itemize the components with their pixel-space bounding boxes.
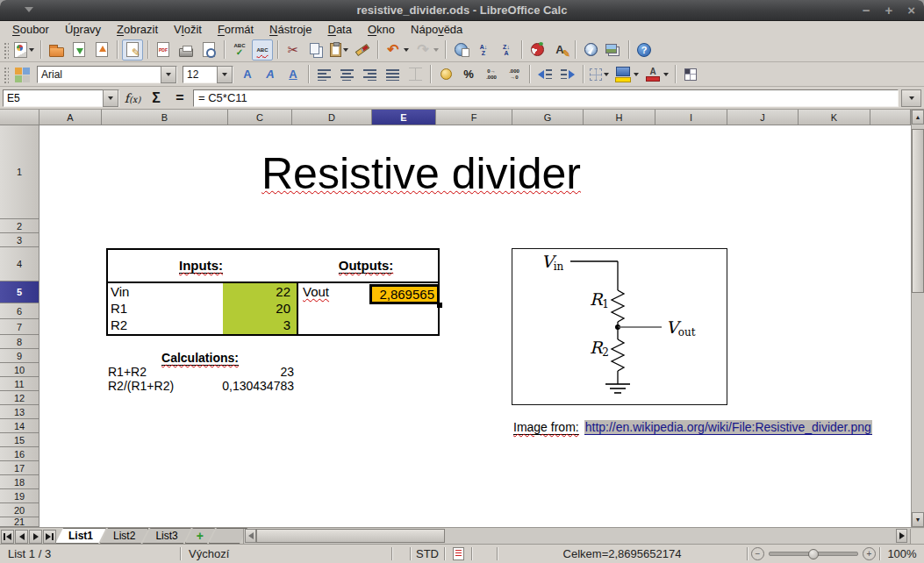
edit-file-button[interactable] (122, 39, 143, 61)
increase-indent-button[interactable] (557, 64, 578, 85)
column-header-h[interactable]: H (584, 110, 655, 125)
row-header-6[interactable]: 6 (0, 303, 39, 319)
font-size-combo[interactable]: 12 (183, 66, 233, 83)
row-header-10[interactable]: 10 (0, 363, 39, 377)
cell-input-value-r2[interactable]: 3 (223, 317, 293, 333)
row-header-5[interactable]: 5 (0, 282, 39, 303)
row-header-18[interactable]: 18 (0, 475, 39, 489)
undo-button[interactable]: ↶ (383, 39, 411, 61)
column-header-g[interactable]: G (512, 110, 584, 125)
save-button[interactable] (68, 39, 90, 61)
row-header-3[interactable]: 3 (0, 233, 39, 247)
cut-button[interactable]: ✂ (283, 39, 304, 61)
row-header-1[interactable]: 1 (0, 125, 39, 219)
sum-status[interactable]: Celkem=2,8695652174 (498, 545, 747, 563)
new-document-button[interactable] (12, 39, 36, 61)
sheet-tab-list3[interactable]: List3 (142, 528, 190, 544)
italic-button[interactable]: A (260, 64, 281, 85)
expand-formula-bar-button[interactable] (901, 89, 921, 107)
menu-napoveda[interactable]: Nápověda (403, 23, 470, 36)
scroll-left-icon[interactable] (245, 529, 256, 543)
cell-calculations-header[interactable]: Calculations: (106, 351, 294, 365)
align-center-button[interactable] (336, 64, 357, 85)
currency-button[interactable] (435, 64, 456, 85)
previous-sheet-icon[interactable] (15, 530, 28, 544)
sort-ascending-button[interactable]: A↓ Z (473, 39, 494, 61)
email-document-button[interactable] (91, 39, 112, 61)
delete-decimal-button[interactable]: .000 →0 (504, 64, 525, 85)
dropdown-arrow-icon[interactable] (604, 73, 609, 76)
print-button[interactable] (175, 39, 197, 61)
row-header-19[interactable]: 19 (0, 489, 39, 503)
vertical-scroll-thumb[interactable] (912, 129, 924, 293)
font-name-combo[interactable]: Arial (37, 66, 177, 83)
sheet-tab-list1[interactable]: List1 (55, 528, 106, 544)
row-header-20[interactable]: 20 (0, 503, 39, 517)
title-bar[interactable]: resistive_divider.ods - LibreOffice Calc… (0, 0, 924, 21)
cell-calc-value[interactable]: 0,130434783 (108, 379, 294, 393)
cell-inputs-header[interactable]: Inputs: (108, 250, 294, 282)
dropdown-arrow-icon[interactable] (161, 66, 176, 83)
hyperlink-button[interactable] (450, 39, 471, 61)
sum-button[interactable]: Σ (146, 89, 167, 107)
copy-button[interactable] (305, 39, 326, 61)
menu-nastroje[interactable]: Nástroje (261, 23, 319, 36)
insert-chart-button[interactable] (526, 39, 548, 61)
name-box-dropdown-icon[interactable] (103, 89, 118, 107)
function-wizard-button[interactable]: f(x) (122, 89, 143, 107)
borders-button[interactable] (588, 64, 611, 85)
cell-vout-label[interactable]: Vout (303, 283, 329, 300)
selection-mode-status[interactable]: STD (411, 545, 444, 563)
dropdown-arrow-icon[interactable] (29, 48, 34, 52)
active-cell-e5[interactable]: 2,869565 (369, 284, 440, 304)
row-header-2[interactable]: 2 (0, 219, 39, 233)
circuit-diagram-image[interactable]: Vin R1 Vout R2 (512, 248, 727, 405)
zoom-thumb[interactable] (808, 549, 819, 559)
column-header-c[interactable]: C (228, 110, 292, 125)
menu-upravy[interactable]: Úpravy (57, 23, 109, 36)
row-header-13[interactable]: 13 (0, 405, 39, 419)
row-header-12[interactable]: 12 (0, 391, 39, 405)
cell-input-value-vin[interactable]: 22 (223, 283, 293, 300)
export-pdf-button[interactable]: PDF (153, 39, 174, 61)
io-table[interactable]: Inputs: Outputs: Vin22R120R23 Vout 2,869… (106, 248, 440, 336)
dropdown-arrow-icon[interactable] (343, 48, 348, 52)
row-header-15[interactable]: 15 (0, 433, 39, 447)
page-preview-button[interactable] (198, 39, 219, 61)
wikipedia-link[interactable]: http://en.wikipedia.org/wiki/File:Resist… (584, 420, 872, 435)
show-draw-functions-button[interactable]: A (549, 39, 570, 61)
minimize-button[interactable]: − (863, 0, 870, 21)
zoom-track[interactable] (769, 552, 858, 556)
column-header-i[interactable]: I (655, 110, 727, 125)
next-sheet-icon[interactable] (29, 530, 42, 544)
insert-cells-button[interactable] (680, 64, 701, 85)
zoom-in-icon[interactable]: + (863, 547, 876, 560)
row-header-21[interactable]: 21 (0, 517, 39, 527)
function-button[interactable]: = (169, 89, 190, 107)
column-header-f[interactable]: F (436, 110, 512, 125)
dropdown-arrow-icon[interactable] (217, 66, 233, 83)
column-header-a[interactable]: A (39, 110, 102, 125)
spellcheck-button[interactable]: ABC (229, 39, 250, 61)
dropdown-arrow-icon[interactable] (634, 73, 639, 76)
cell-input-label-r1[interactable]: R1 (111, 300, 127, 317)
menu-soubor[interactable]: Soubor (4, 23, 57, 36)
row-header-17[interactable]: 17 (0, 461, 39, 475)
row-header-16[interactable]: 16 (0, 447, 39, 461)
column-header-b[interactable]: B (102, 110, 228, 125)
cell-calc-value[interactable]: 23 (108, 365, 294, 379)
cell-grid[interactable]: Resistive divider Inputs: Outputs: Vin22… (39, 125, 911, 527)
sheet-tab-list2[interactable]: List2 (100, 528, 148, 544)
last-sheet-icon[interactable] (43, 530, 56, 544)
column-header-k[interactable]: K (799, 110, 870, 125)
row-header-14[interactable]: 14 (0, 419, 39, 433)
cell-input-label-vin[interactable]: Vin (111, 283, 129, 300)
cell-input-value-r1[interactable]: 20 (223, 300, 293, 317)
gallery-button[interactable] (603, 39, 624, 61)
paste-button[interactable] (328, 39, 350, 61)
row-header-9[interactable]: 9 (0, 349, 39, 363)
background-color-button[interactable] (612, 64, 641, 85)
cell-sheet-title[interactable]: Resistive divider (114, 147, 728, 200)
format-paintbrush-button[interactable] (352, 39, 373, 61)
underline-button[interactable]: A (283, 64, 304, 85)
